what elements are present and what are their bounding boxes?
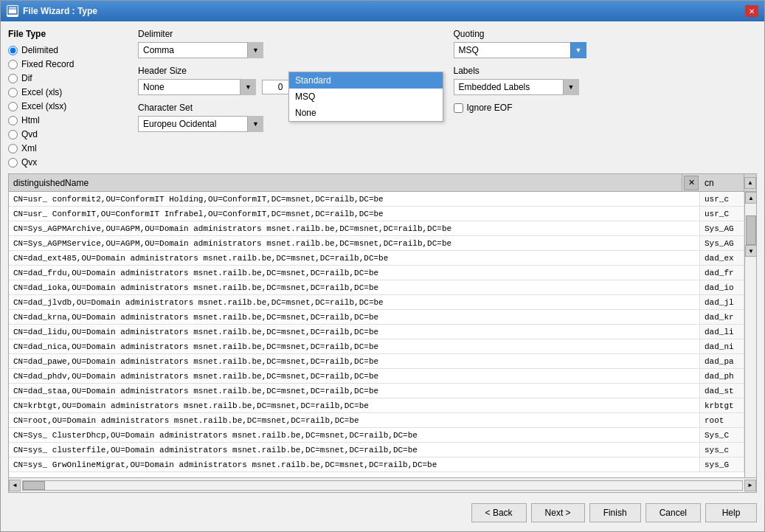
table-row[interactable]: CN=root,OU=Domain administrators msnet.r…: [9, 413, 744, 428]
character-set-select-wrapper: Europeu Ocidental UTF-8 UTF-16 ▼: [138, 116, 263, 132]
table-row[interactable]: CN=dad_lidu,OU=Domain administrators msn…: [9, 325, 744, 339]
grid-cell-col2: dad_pa: [700, 354, 744, 368]
table-row[interactable]: CN=sys_ GrwOnlineMigrat,OU=Domain admini…: [9, 457, 744, 472]
grid-cell-col1: CN=dad_jlvdb,OU=Domain administrators ms…: [9, 295, 700, 309]
grid-cell-col2: usr_c: [700, 192, 744, 206]
radio-excel-xlsx[interactable]: Excel (xlsx): [8, 101, 126, 111]
radio-qvd[interactable]: Qvd: [8, 129, 126, 139]
labels-select[interactable]: Embedded Labels No Labels Explicit Label…: [454, 79, 579, 95]
radio-dif[interactable]: Dif: [8, 73, 126, 83]
grid-header: distinguishedName ✕ cn ▲: [9, 174, 756, 192]
grid-cell-col2: usr_C: [700, 207, 744, 221]
grid-cell-col2: dad_fr: [700, 266, 744, 280]
table-row[interactable]: CN=Sys_ ClusterDhcp,OU=Domain administra…: [9, 428, 744, 443]
grid-cell-col2: dad_ph: [700, 369, 744, 383]
file-type-radio-group: Delimited Fixed Record Dif Excel (xls): [8, 45, 126, 167]
quoting-select[interactable]: MSQ Standard None: [454, 42, 586, 58]
table-row[interactable]: CN=Sys_AGPMService,OU=AGPM,OU=Domain adm…: [9, 236, 744, 251]
grid-scrollbar[interactable]: ▲ ▼: [744, 192, 756, 477]
delimiter-group: Delimiter Comma Semicolon Tab Other ▼: [138, 29, 442, 58]
grid-cell-col2: Sys_C: [700, 428, 744, 442]
labels-group: Labels Embedded Labels No Labels Explici…: [454, 66, 758, 95]
grid-close-button[interactable]: ✕: [684, 176, 699, 190]
radio-xml[interactable]: Xml: [8, 143, 126, 153]
finish-button[interactable]: Finish: [589, 503, 641, 522]
grid-cell-col2: Sys_AG: [700, 221, 744, 235]
radio-qvx[interactable]: Qvx: [8, 157, 126, 167]
character-set-select[interactable]: Europeu Ocidental UTF-8 UTF-16: [138, 116, 263, 132]
grid-cell-col1: CN=Sys_ ClusterDhcp,OU=Domain administra…: [9, 428, 700, 442]
footer-buttons: < Back Next > Finish Cancel Help: [8, 499, 757, 524]
h-scroll-track[interactable]: [22, 480, 743, 491]
table-row[interactable]: CN=dad_pawe,OU=Domain administrators msn…: [9, 354, 744, 369]
grid-cell-col2: dad_kr: [700, 310, 744, 324]
grid-cell-col1: CN=dad_ext485,OU=Domain administrators m…: [9, 251, 700, 265]
dropdown-item-none[interactable]: None: [289, 105, 443, 121]
h-scroll-right-button[interactable]: ►: [744, 480, 756, 491]
main-window: File Wizard : Type ✕ File Type Delimited…: [0, 0, 765, 532]
grid-cell-col2: root: [700, 413, 744, 427]
dropdown-item-msq[interactable]: MSQ: [289, 89, 443, 105]
table-row[interactable]: CN=dad_phdv,OU=Domain administrators msn…: [9, 369, 744, 384]
table-row[interactable]: CN=usr_ ConformIT,OU=ConformIT Infrabel,…: [9, 207, 744, 221]
scroll-thumb[interactable]: [746, 215, 756, 245]
grid-rows: CN=usr_ conformit2,OU=ConformIT Holding,…: [9, 192, 744, 477]
grid-cell-col1: CN=sys_ GrwOnlineMigrat,OU=Domain admini…: [9, 457, 700, 471]
table-row[interactable]: CN=dad_staa,OU=Domain administrators msn…: [9, 384, 744, 398]
grid-cell-col1: CN=dad_phdv,OU=Domain administrators msn…: [9, 369, 700, 383]
scroll-down-button[interactable]: ▼: [745, 245, 756, 257]
next-button[interactable]: Next >: [531, 503, 585, 522]
grid-col2-header: cn: [700, 174, 744, 191]
grid-cell-col2: dad_ni: [700, 339, 744, 353]
ignore-eof-label: Ignore EOF: [467, 103, 513, 113]
ignore-eof-checkbox[interactable]: [454, 103, 463, 113]
table-row[interactable]: CN=Sys_AGPMArchive,OU=AGPM,OU=Domain adm…: [9, 221, 744, 236]
dropdown-item-standard[interactable]: Standard: [289, 72, 443, 89]
table-row[interactable]: CN=dad_ext485,OU=Domain administrators m…: [9, 251, 744, 266]
table-row[interactable]: CN=usr_ conformit2,OU=ConformIT Holding,…: [9, 192, 744, 207]
quoting-select-wrapper: MSQ Standard None ▼: [454, 42, 586, 58]
h-scroll-left-button[interactable]: ◄: [9, 480, 21, 491]
grid-cell-col1: CN=dad_staa,OU=Domain administrators msn…: [9, 384, 700, 398]
radio-html[interactable]: Html: [8, 115, 126, 125]
table-row[interactable]: CN=dad_krna,OU=Domain administrators msn…: [9, 310, 744, 325]
window-icon: [7, 5, 18, 17]
grid-cell-col1: CN=krbtgt,OU=Domain administrators msnet…: [9, 398, 700, 412]
grid-cell-col1: CN=sys_ clusterfile,OU=Domain administra…: [9, 443, 700, 457]
data-grid: distinguishedName ✕ cn ▲ CN=usr_ conform…: [8, 173, 757, 493]
table-row[interactable]: CN=sys_ clusterfile,OU=Domain administra…: [9, 443, 744, 457]
grid-cell-col2: krbtgt: [700, 398, 744, 412]
labels-select-wrapper: Embedded Labels No Labels Explicit Label…: [454, 79, 579, 95]
radio-fixed-record[interactable]: Fixed Record: [8, 59, 126, 69]
table-row[interactable]: CN=dad_jlvdb,OU=Domain administrators ms…: [9, 295, 744, 310]
back-button[interactable]: < Back: [471, 503, 527, 522]
grid-cell-col1: CN=dad_pawe,OU=Domain administrators msn…: [9, 354, 700, 368]
quoting-group: Quoting MSQ Standard None ▼: [454, 29, 758, 58]
help-button[interactable]: Help: [705, 503, 757, 522]
delimiter-select[interactable]: Comma Semicolon Tab Other: [138, 42, 263, 58]
header-size-select-wrapper: None 1 2 ▼: [138, 79, 256, 95]
radio-delimited[interactable]: Delimited: [8, 45, 126, 55]
grid-cell-col1: CN=dad_ioka,OU=Domain administrators msn…: [9, 280, 700, 294]
h-scroll-thumb: [23, 481, 45, 490]
grid-cell-col1: CN=usr_ conformit2,OU=ConformIT Holding,…: [9, 192, 700, 206]
radio-excel-xls[interactable]: Excel (xls): [8, 87, 126, 97]
quoting-label: Quoting: [454, 29, 758, 39]
scroll-up-button[interactable]: ▲: [745, 192, 756, 204]
table-row[interactable]: CN=dad_ioka,OU=Domain administrators msn…: [9, 280, 744, 295]
grid-cell-col2: sys_G: [700, 457, 744, 471]
window-content: File Type Delimited Fixed Record Dif: [1, 21, 764, 531]
header-size-select[interactable]: None 1 2: [138, 79, 256, 95]
delimiter-label: Delimiter: [138, 29, 442, 39]
cancel-button[interactable]: Cancel: [645, 503, 701, 522]
table-row[interactable]: CN=krbtgt,OU=Domain administrators msnet…: [9, 398, 744, 413]
labels-label: Labels: [454, 66, 758, 76]
close-button[interactable]: ✕: [745, 5, 758, 17]
grid-scroll-up-arrow[interactable]: ▲: [744, 177, 756, 189]
file-type-panel: File Type Delimited Fixed Record Dif: [8, 29, 126, 167]
table-row[interactable]: CN=dad_nica,OU=Domain administrators msn…: [9, 339, 744, 354]
grid-cell-col2: dad_io: [700, 280, 744, 294]
grid-cell-col1: CN=root,OU=Domain administrators msnet.r…: [9, 413, 700, 427]
table-row[interactable]: CN=dad_frdu,OU=Domain administrators msn…: [9, 266, 744, 280]
grid-cell-col1: CN=Sys_AGPMService,OU=AGPM,OU=Domain adm…: [9, 236, 700, 250]
